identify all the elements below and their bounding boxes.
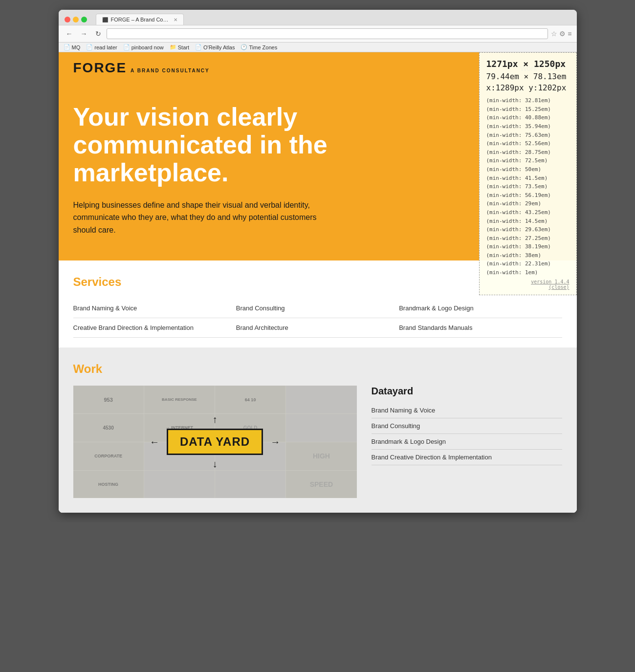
- bookmark-oreilly[interactable]: 📄 O'Reilly Atlas: [195, 44, 235, 50]
- work-section: Work 953 BASIC RESPONSE 64 10 4530 → INT…: [59, 347, 577, 513]
- bookmark-pinboard-label: pinboard now: [131, 44, 164, 50]
- mq-item: (min-width: 38.19em): [486, 242, 569, 251]
- dev-size-px: 1271px × 1250px: [486, 58, 569, 70]
- datayard-logo: ← → ↑ ↓ DATA YARD: [167, 429, 263, 455]
- service-creative[interactable]: Creative Brand Direction & Implementatio…: [73, 318, 236, 338]
- forward-button[interactable]: →: [78, 29, 90, 39]
- tab-title: FORGE – A Brand Consultanc...: [111, 17, 171, 22]
- service-consulting[interactable]: Brand Consulting: [236, 299, 399, 318]
- arrow-left: ←: [150, 436, 159, 448]
- mq-item: (min-width: 15.25em): [486, 105, 569, 114]
- bookmark-timezones[interactable]: 🕐 Time Zones: [241, 44, 277, 50]
- maximize-button[interactable]: [81, 17, 87, 22]
- work-service-2: Brand Consulting: [372, 418, 562, 434]
- datayard-box: DATA YARD: [167, 429, 263, 455]
- dev-overlay-footer: version 1.4.4 (close): [486, 279, 569, 290]
- service-standards[interactable]: Brand Standards Manuals: [399, 318, 562, 338]
- datayard-text: DATA YARD: [180, 435, 250, 448]
- mq-item: (min-width: 38em): [486, 251, 569, 260]
- work-title: Work: [73, 362, 562, 376]
- dev-version-link[interactable]: version 1.4.4: [531, 279, 569, 284]
- work-company-name: Datayard: [372, 386, 562, 397]
- work-service-1: Brand Naming & Voice: [372, 403, 562, 418]
- hero-subtitle: Helping businesses define and shape thei…: [73, 199, 332, 237]
- service-architecture[interactable]: Brand Architecture: [236, 318, 399, 338]
- mq-item: (min-width: 43.25em): [486, 208, 569, 217]
- bookmark-mq[interactable]: 📄 MQ: [64, 44, 81, 50]
- bookmark-oreilly-label: O'Reilly Atlas: [203, 44, 235, 50]
- mq-item: (min-width: 29em): [486, 199, 569, 208]
- site-logo: FORGE A BRAND CONSULTANCY: [73, 60, 210, 76]
- service-col-3: Brandmark & Logo Design Brand Standards …: [399, 299, 562, 338]
- work-service-3: Brandmark & Logo Design: [372, 434, 562, 450]
- mq-item: (min-width: 27.25em): [486, 234, 569, 243]
- menu-icon[interactable]: ≡: [568, 30, 571, 38]
- extensions-icon[interactable]: ⚙: [559, 30, 566, 38]
- bookmark-read-later[interactable]: 📄 read later: [86, 44, 117, 50]
- bookmark-mq-icon: 📄: [64, 44, 70, 50]
- service-brandmark[interactable]: Brandmark & Logo Design: [399, 299, 562, 318]
- address-bar[interactable]: forgeideas.com: [107, 28, 548, 39]
- mq-item: (min-width: 22.31em): [486, 260, 569, 268]
- mq-item: (min-width: 52.56em): [486, 139, 569, 148]
- page-wrapper: 1271px × 1250px 79.44em × 78.13em x:1289…: [59, 52, 577, 513]
- mq-item: (min-width: 35.94em): [486, 122, 569, 131]
- bookmark-pinboard[interactable]: 📄 pinboard now: [123, 44, 164, 50]
- work-image: 953 BASIC RESPONSE 64 10 4530 → INTERNET…: [73, 386, 357, 498]
- mq-item: (min-width: 29.63em): [486, 225, 569, 234]
- tab-close-button[interactable]: ✕: [174, 17, 177, 22]
- mq-item: (min-width: 32.81em): [486, 96, 569, 105]
- service-col-1: Brand Naming & Voice Creative Brand Dire…: [73, 299, 236, 338]
- work-details: Datayard Brand Naming & Voice Brand Cons…: [372, 386, 562, 465]
- services-grid: Brand Naming & Voice Creative Brand Dire…: [73, 299, 562, 338]
- tab-favicon: ⬛: [102, 17, 108, 22]
- browser-titlebar: ⬛ FORGE – A Brand Consultanc... ✕: [59, 10, 577, 25]
- dev-coords: x:1289px y:1202px: [486, 83, 569, 92]
- minimize-button[interactable]: [73, 17, 79, 22]
- arrow-up: ↑: [213, 414, 218, 425]
- tab-bar: ⬛ FORGE – A Brand Consultanc... ✕: [96, 14, 184, 25]
- dev-close-link[interactable]: (close): [548, 284, 569, 290]
- back-button[interactable]: ←: [64, 29, 75, 39]
- work-service-4: Brand Creative Direction & Implementatio…: [372, 450, 562, 465]
- bookmark-start[interactable]: 📁 Start: [170, 44, 189, 50]
- work-content: 953 BASIC RESPONSE 64 10 4530 → INTERNET…: [73, 386, 562, 498]
- star-icon[interactable]: ☆: [551, 30, 557, 38]
- window-controls: [65, 17, 87, 22]
- bookmark-timezones-label: Time Zones: [249, 44, 277, 50]
- browser-tab[interactable]: ⬛ FORGE – A Brand Consultanc... ✕: [96, 14, 184, 25]
- bookmark-oreilly-icon: 📄: [195, 44, 202, 50]
- arrow-right: →: [270, 436, 280, 448]
- logo-tagline: A BRAND CONSULTANCY: [131, 68, 210, 73]
- mq-item: (min-width: 56.19em): [486, 191, 569, 200]
- hero-title: Your vision clearly communicated in the …: [73, 103, 406, 187]
- bookmark-timezones-icon: 🕐: [241, 44, 247, 50]
- browser-toolbar: ← → ↻ forgeideas.com ☆ ⚙ ≡: [59, 25, 577, 43]
- bookmarks-bar: 📄 MQ 📄 read later 📄 pinboard now 📁 Start…: [59, 43, 577, 52]
- mq-item: (min-width: 41.5em): [486, 174, 569, 183]
- bookmark-pinboard-icon: 📄: [123, 44, 130, 50]
- mq-item: (min-width: 75.63em): [486, 131, 569, 140]
- datayard-logo-container: ← → ↑ ↓ DATA YARD: [73, 386, 357, 498]
- mq-item: (min-width: 1em): [486, 268, 569, 277]
- browser-window: ⬛ FORGE – A Brand Consultanc... ✕ ← → ↻ …: [59, 10, 577, 513]
- mq-item: (min-width: 50em): [486, 165, 569, 174]
- mq-item: (min-width: 14.5em): [486, 217, 569, 226]
- arrow-down: ↓: [213, 458, 218, 470]
- bookmark-start-label: Start: [178, 44, 189, 50]
- bookmark-read-later-label: read later: [94, 44, 117, 50]
- mq-item: (min-width: 72.5em): [486, 156, 569, 165]
- dev-overlay: 1271px × 1250px 79.44em × 78.13em x:1289…: [479, 52, 577, 295]
- mq-item: (min-width: 73.5em): [486, 182, 569, 191]
- mq-item: (min-width: 40.88em): [486, 113, 569, 122]
- toolbar-icons: ☆ ⚙ ≡: [551, 30, 571, 38]
- logo-forge: FORGE: [73, 60, 127, 76]
- mq-item: (min-width: 28.75em): [486, 148, 569, 157]
- close-button[interactable]: [65, 17, 70, 22]
- bookmark-start-icon: 📁: [170, 44, 176, 50]
- dev-size-em: 79.44em × 78.13em: [486, 72, 569, 81]
- service-col-2: Brand Consulting Brand Architecture: [236, 299, 399, 338]
- refresh-button[interactable]: ↻: [93, 29, 104, 39]
- bookmark-mq-label: MQ: [72, 44, 81, 50]
- service-naming[interactable]: Brand Naming & Voice: [73, 299, 236, 318]
